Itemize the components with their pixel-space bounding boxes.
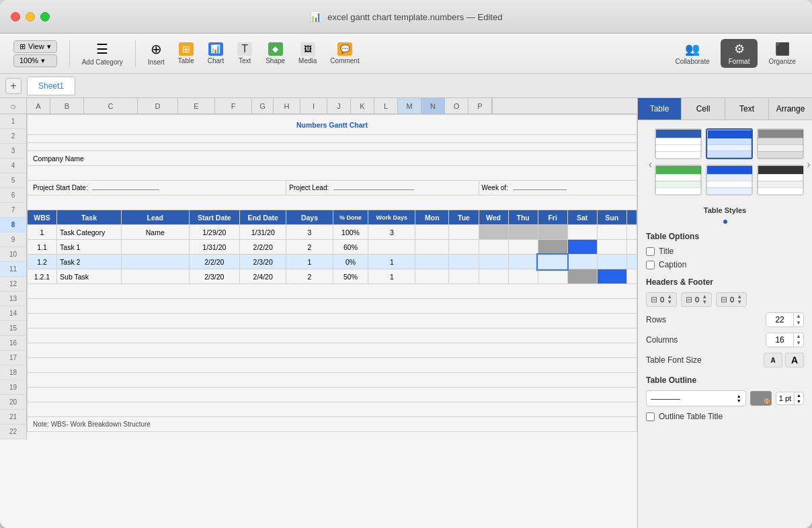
cell-9-days[interactable]: 3	[286, 225, 333, 240]
cell-12-tue[interactable]	[449, 269, 479, 284]
cell-10-lead[interactable]	[121, 240, 189, 255]
cell-10-tue[interactable]	[449, 240, 479, 255]
project-lead-input[interactable]	[333, 189, 414, 190]
style-preview-5[interactable]	[706, 165, 753, 195]
outline-color-swatch[interactable]: 🎨	[750, 391, 772, 406]
font-size-small-button[interactable]: A	[764, 353, 782, 367]
header-cols-down[interactable]: ▼	[702, 300, 707, 305]
outline-line-select[interactable]: ———— ▲ ▼	[646, 390, 746, 406]
col-header-n[interactable]: N	[421, 98, 445, 114]
col-header-b[interactable]: B	[50, 98, 84, 114]
tab-text[interactable]: Text	[725, 98, 769, 120]
cell-12-start[interactable]: 2/3/20	[189, 269, 240, 284]
style-preview-1[interactable]	[655, 128, 702, 159]
cell-10-start[interactable]: 1/31/20	[189, 240, 240, 255]
col-header-c[interactable]: C	[84, 98, 138, 114]
cell-12-sun[interactable]	[597, 269, 626, 284]
cell-10-thu[interactable]	[508, 240, 538, 255]
cell-11-pct[interactable]: 0%	[333, 255, 368, 269]
cell-10-end[interactable]: 2/2/20	[240, 240, 286, 255]
columns-input[interactable]	[766, 334, 793, 346]
col-header-m[interactable]: M	[398, 98, 421, 114]
cell-12-fri[interactable]	[538, 269, 567, 284]
cell-10-wbs[interactable]: 1.1	[28, 240, 57, 255]
minimize-button[interactable]	[26, 12, 35, 21]
outline-line-spinner[interactable]: ▲ ▼	[737, 394, 741, 403]
cell-12-wed[interactable]	[479, 269, 508, 284]
style-nav-right[interactable]: ›	[804, 156, 812, 173]
cell-12-mon[interactable]	[415, 269, 449, 284]
add-sheet-button[interactable]: +	[5, 78, 22, 94]
font-size-large-button[interactable]: A	[785, 353, 804, 367]
sheet1-tab[interactable]: Sheet1	[27, 77, 75, 95]
outline-pt-down[interactable]: ▼	[795, 398, 803, 404]
project-start-input[interactable]	[92, 189, 159, 190]
col-header-o[interactable]: O	[445, 98, 469, 114]
cell-10-days[interactable]: 2	[286, 240, 333, 255]
cell-12-workdays[interactable]: 1	[368, 269, 415, 284]
rows-spinner[interactable]: ▲ ▼	[793, 313, 803, 326]
cell-9-start[interactable]: 1/29/20	[189, 225, 240, 240]
cell-10-pct[interactable]: 60%	[333, 240, 368, 255]
col-header-i[interactable]: I	[300, 98, 327, 114]
gantt-title-cell[interactable]: Numbers Gantt Chart	[28, 115, 637, 135]
media-toolbar-button[interactable]: 🖼 Media	[293, 40, 322, 67]
chart-toolbar-button[interactable]: 📊 Chart	[202, 40, 229, 67]
cell-11-workdays[interactable]: 1	[368, 255, 415, 269]
outline-pt-spinner[interactable]: ▲ ▼	[794, 392, 803, 404]
style-preview-3[interactable]	[757, 128, 804, 159]
header-rows-down[interactable]: ▼	[667, 300, 672, 305]
col-header-g[interactable]: G	[252, 98, 274, 114]
header-cols-spinner[interactable]: ▲ ▼	[702, 294, 707, 305]
company-cell[interactable]: Company Name	[28, 151, 637, 166]
cell-9-sat[interactable]	[567, 225, 597, 240]
cell-10-task[interactable]: Task 1	[57, 240, 122, 255]
outline-pt-up[interactable]: ▲	[795, 392, 803, 398]
style-preview-2[interactable]	[706, 128, 753, 159]
zoom-button[interactable]: 100% ▾	[13, 54, 57, 67]
col-header-d[interactable]: D	[138, 98, 178, 114]
format-button[interactable]: ⚙ Format	[721, 39, 758, 68]
outline-table-title-checkbox[interactable]	[646, 412, 655, 421]
tab-cell[interactable]: Cell	[682, 98, 725, 120]
style-preview-6[interactable]	[757, 165, 804, 195]
add-category-button[interactable]: ☰ Add Category	[77, 38, 128, 69]
cell-12-pct[interactable]: 50%	[333, 269, 368, 284]
col-header-p[interactable]: P	[469, 98, 492, 114]
cell-9-tue[interactable]	[449, 225, 479, 240]
cell-10-wed[interactable]	[479, 240, 508, 255]
style-preview-4[interactable]	[655, 165, 702, 195]
columns-up[interactable]: ▲	[794, 333, 803, 340]
cell-11-sun[interactable]	[597, 255, 626, 269]
cell-11-days[interactable]: 1	[286, 255, 333, 269]
outline-line-down[interactable]: ▼	[737, 398, 741, 403]
col-header-k[interactable]: K	[351, 98, 374, 114]
columns-spinner[interactable]: ▲ ▼	[793, 333, 803, 347]
organize-button[interactable]: ⬛ Organize	[760, 39, 804, 68]
cell-12-wbs[interactable]: 1.2.1	[28, 269, 57, 284]
text-toolbar-button[interactable]: T Text	[232, 40, 257, 67]
cell-9-task[interactable]: Task Category	[57, 225, 122, 240]
spreadsheet-scroll[interactable]: 1 2 3 4 5 6 7 8 9 10 11 12 13 14	[0, 114, 637, 528]
cell-9-wbs[interactable]: 1	[28, 225, 57, 240]
cell-9-workdays[interactable]: 3	[368, 225, 415, 240]
cell-12-task[interactable]: Sub Task	[57, 269, 122, 284]
cell-11-wbs[interactable]: 1.2	[28, 255, 57, 269]
cell-9-fri[interactable]	[538, 225, 567, 240]
outline-line-up[interactable]: ▲	[737, 394, 741, 398]
cell-11-end[interactable]: 2/3/20	[240, 255, 286, 269]
cell-12-days[interactable]: 2	[286, 269, 333, 284]
cell-9-pct[interactable]: 100%	[333, 225, 368, 240]
col-header-e[interactable]: E	[178, 98, 215, 114]
tab-table[interactable]: Table	[638, 98, 682, 120]
select-all-icon[interactable]: ○	[10, 101, 15, 112]
shape-toolbar-button[interactable]: ◆ Shape	[260, 40, 290, 67]
cell-10-mon[interactable]	[415, 240, 449, 255]
cell-10-fri[interactable]	[538, 240, 567, 255]
cell-12-sat[interactable]	[567, 269, 597, 284]
maximize-button[interactable]	[40, 12, 50, 21]
insert-button[interactable]: ⊕ Insert	[143, 38, 170, 69]
cell-9-wed[interactable]	[479, 225, 508, 240]
cell-11-lead[interactable]	[121, 255, 189, 269]
rows-down[interactable]: ▼	[794, 320, 803, 326]
